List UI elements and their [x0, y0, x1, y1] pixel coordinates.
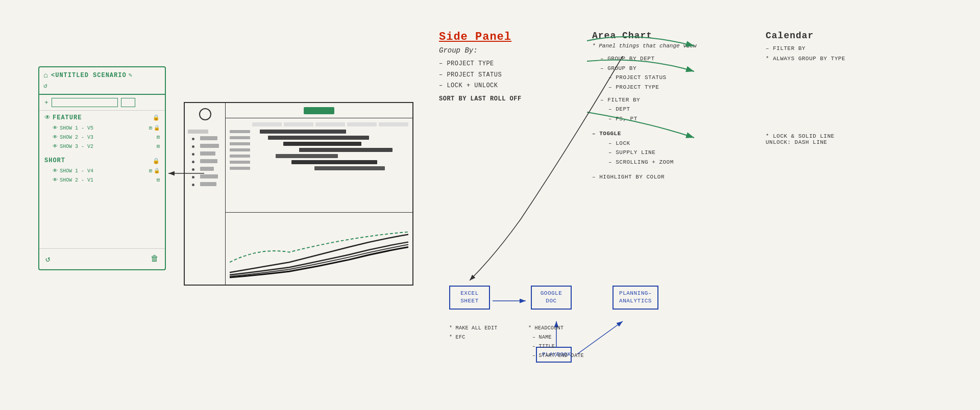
google-note-1: Headcount: [528, 324, 584, 333]
table-icon: ⊞: [157, 177, 160, 183]
pencil-icon: ✎: [129, 71, 132, 79]
note-item: Toggle: [592, 129, 745, 139]
google-doc-label: GOOGLEDOC: [541, 290, 562, 304]
item-label: SHOW 1 - V5: [60, 125, 93, 131]
note-item: Project Type: [592, 83, 745, 92]
note-item: Lock + Unlock: [439, 81, 582, 92]
lock-icon: 🔒: [154, 168, 160, 174]
list-item: 👁 SHOW 1 - V5 ⊞ 🔒: [44, 123, 160, 133]
planning-analytics-box: PLANNING–ANALYTICS: [612, 286, 658, 310]
wf-sidebar-circle: [199, 108, 211, 120]
excel-note-1: Make All Edit: [449, 324, 498, 333]
feature-section-title: FEATURE: [53, 114, 82, 121]
always-group-note: * Always Group By Type: [766, 56, 919, 62]
google-doc-notes: Headcount Name Title Start/End Date: [528, 324, 584, 361]
gantt-row: [230, 166, 408, 170]
item-label: SHOW 3 - V2: [60, 144, 93, 149]
side-panel-notes: Side Panel Group By: Project Type Projec…: [439, 31, 582, 105]
side-panel-title: Side Panel: [439, 31, 582, 43]
list-item: 👁 SHOW 2 - V1 ⊞: [44, 175, 160, 185]
panel-footer: ↺ 🗑: [39, 248, 165, 269]
excel-note-2: EFC: [449, 333, 498, 342]
home-icon: ⌂: [43, 71, 48, 80]
trash-icon: 🗑: [151, 254, 159, 264]
unlock-note: Unlock: Dash Line: [766, 139, 919, 145]
google-doc-box: GOOGLEDOC: [531, 286, 572, 310]
eye-icon: 👁: [53, 125, 58, 131]
wf-main: [226, 103, 412, 285]
wf-gantt-header: [230, 122, 408, 126]
note-item: PS, PT: [592, 114, 745, 124]
gantt-row: [230, 148, 408, 152]
note-item: Lock: [592, 139, 745, 148]
note-item: Supply Line: [592, 148, 745, 158]
flow-diagram: EXCELSHEET GOOGLEDOC PLANNING–ANALYTICS …: [439, 275, 796, 408]
eye-icon: 👁: [53, 177, 58, 183]
sort-by-label: Sort By Last Roll Off: [439, 94, 582, 105]
notes-area: Side Panel Group By: Project Type Projec…: [439, 31, 949, 388]
google-note-3: Title: [528, 342, 584, 351]
filter-by-note: Filter By: [766, 44, 919, 54]
wf-sidebar-lines: [185, 125, 225, 194]
gantt-row: [230, 130, 408, 134]
short-section-title: SHORT: [44, 157, 65, 164]
calendar-notes: Calendar Filter By * Always Group By Typ…: [766, 31, 919, 145]
list-item: 👁 SHOW 3 - V2 ⊞: [44, 142, 160, 151]
item-label: SHOW 2 - V3: [60, 135, 93, 140]
excel-sheet-label: EXCELSHEET: [460, 290, 479, 304]
refresh-icon-top: ↺: [43, 82, 48, 90]
gantt-row: [230, 142, 408, 146]
excel-notes: Make All Edit EFC: [449, 324, 498, 342]
area-chart-title: Area Chart: [592, 31, 745, 41]
left-panel-wireframe: ⌂ ↺ <UNTITLED SCENARIO ✎ + 👁 FEATURE 🔒 👁…: [38, 66, 166, 270]
google-note-2: Name: [528, 333, 584, 342]
group-by-label: Group By:: [439, 46, 582, 55]
item-label: SHOW 1 - V4: [60, 168, 93, 174]
note-item: Project Status: [439, 70, 582, 81]
wf-sidebar: [185, 103, 226, 285]
table-icon: ⊞: [157, 134, 160, 140]
gantt-row: [230, 160, 408, 164]
panel-title: <UNTITLED SCENARIO: [51, 72, 127, 79]
area-chart-asterisk: * Panel things that change view: [592, 43, 745, 49]
eye-icon: 👁: [53, 168, 58, 174]
planning-analytics-label: PLANNING–ANALYTICS: [619, 290, 652, 304]
note-item: Dept: [592, 105, 745, 114]
note-item: Scrolling + Zoom: [592, 158, 745, 167]
calendar-title: Calendar: [766, 31, 919, 41]
note-item: Filter By: [592, 95, 745, 105]
eye-icon-feature: 👁: [44, 114, 51, 121]
eye-icon: 👁: [53, 134, 58, 140]
lock-icon: 🔒: [154, 125, 160, 131]
note-item: Group By: [592, 64, 745, 73]
excel-sheet-box: EXCELSHEET: [449, 286, 490, 310]
plus-icon: +: [44, 99, 48, 107]
wf-gantt-area: [226, 118, 412, 213]
table-icon: ⊞: [149, 168, 152, 174]
wf-top-bar-rect: [304, 107, 334, 114]
refresh-icon-bottom: ↺: [45, 254, 51, 264]
lock-note: * Lock & Solid Line: [766, 133, 919, 139]
center-wireframe: [184, 102, 413, 286]
wf-chart-area: [226, 213, 412, 287]
list-item: 👁 SHOW 2 - V3 ⊞: [44, 133, 160, 142]
area-chart-notes: Area Chart * Panel things that change vi…: [592, 31, 745, 182]
lock-icon-feature: 🔒: [153, 114, 160, 121]
note-item: Project Type: [439, 59, 582, 70]
eye-icon: 👁: [53, 143, 58, 149]
note-item: Group By Dept: [592, 54, 745, 64]
note-item: Project Status: [592, 73, 745, 83]
gantt-row: [230, 154, 408, 158]
list-item: 👁 SHOW 1 - V4 ⊞ 🔒: [44, 166, 160, 175]
table-icon: ⊞: [149, 125, 152, 131]
table-icon: ⊞: [157, 143, 160, 149]
note-item: Highlight By Color: [592, 172, 745, 182]
lock-icon-short: 🔒: [153, 158, 160, 164]
wf-top-bar: [226, 103, 412, 118]
google-note-4: Start/End Date: [528, 351, 584, 361]
item-label: SHOW 2 - V1: [60, 177, 93, 183]
gantt-row: [230, 136, 408, 140]
